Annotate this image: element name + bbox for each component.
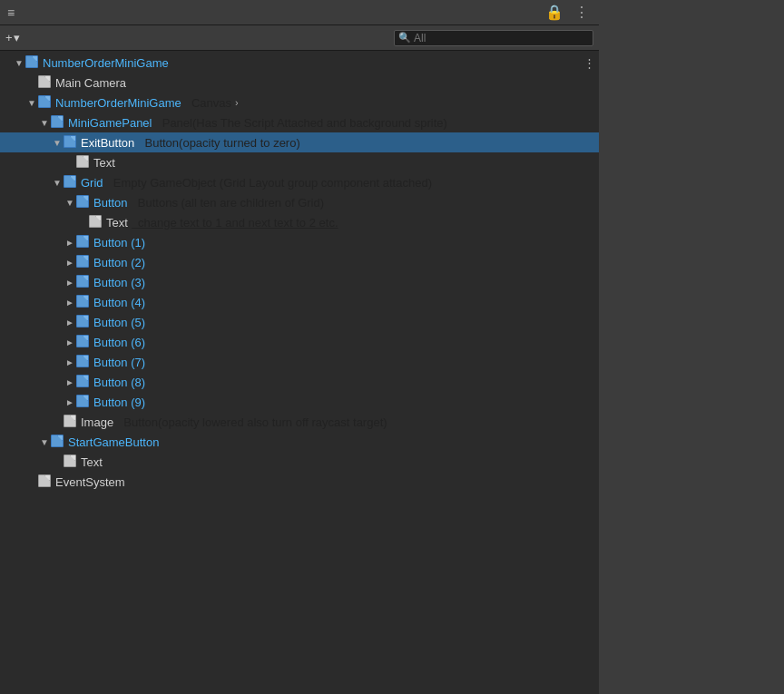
gameobject-icon [76, 275, 91, 289]
tree-row-numberordermingame-canvas[interactable]: NumberOrderMiniGame Canvas› [0, 93, 599, 112]
gameobject-icon [76, 315, 91, 329]
gameobject-icon [76, 375, 91, 389]
kebab-menu-icon[interactable]: ⋮ [572, 4, 592, 21]
tree-row-exitbutton[interactable]: ExitButton Button(opacity turned to zero… [0, 132, 599, 152]
search-icon: 🔍 [398, 32, 411, 44]
tree-row-button-text[interactable]: Text change text to 1 and next text to 2… [0, 212, 599, 232]
gameobject-icon [76, 295, 91, 309]
expand-arrow[interactable] [64, 377, 76, 387]
gameobject-icon [76, 395, 91, 409]
expand-arrow[interactable] [64, 337, 76, 347]
tree-row-grid[interactable]: Grid Empty GameObject (Grid Layout group… [0, 172, 599, 192]
item-label: Text [106, 216, 128, 230]
tree-row-button-9[interactable]: Button (9) [0, 392, 599, 412]
gameobject-icon [64, 415, 78, 429]
gameobject-icon [76, 235, 91, 249]
item-label: Main Camera [55, 76, 126, 90]
item-annotation: Panel(Has The Script Attached and backgr… [156, 116, 447, 130]
collapse-arrow[interactable] [51, 138, 64, 148]
item-label: Button (5) [93, 316, 145, 329]
item-label: MiniGamePanel [68, 116, 152, 130]
tree-row-button-7[interactable]: Button (7) [0, 352, 599, 372]
tree-row-button-8[interactable]: Button (8) [0, 372, 599, 392]
collapse-arrow[interactable] [38, 437, 51, 447]
expand-arrow[interactable] [64, 357, 76, 367]
gameobject-icon [76, 335, 91, 349]
item-annotation: Empty GameObject (Grid Layout group comp… [107, 176, 432, 190]
item-label: Button (4) [93, 296, 145, 309]
tree-row-startgamebutton-text[interactable]: Text [0, 452, 599, 472]
gameobject-icon [64, 175, 78, 190]
tree-row-button-5[interactable]: Button (5) [0, 312, 599, 332]
item-label: Image [81, 415, 113, 429]
tree-row-button-6[interactable]: Button (6) [0, 332, 599, 352]
titlebar: ≡ 🔒 ⋮ [0, 0, 599, 25]
tree-row-exitbutton-text[interactable]: Text [0, 152, 599, 172]
item-label: Button (6) [93, 336, 145, 349]
item-label: Button [93, 196, 128, 210]
gameobject-icon [64, 455, 78, 469]
item-label: NumberOrderMiniGame [43, 56, 169, 70]
collapse-arrow[interactable] [38, 118, 51, 128]
item-label: StartGameButton [68, 435, 159, 449]
tree-row-minigamepanel[interactable]: MiniGamePanel Panel(Has The Script Attac… [0, 112, 599, 132]
item-annotation: Canvas [185, 96, 231, 110]
toolbar: + ▾ 🔍 [0, 25, 599, 51]
tree-row-eventsystem[interactable]: EventSystem [0, 472, 599, 492]
expand-arrow[interactable] [64, 238, 76, 248]
search-input[interactable] [414, 32, 589, 44]
item-label: Button (1) [93, 236, 145, 249]
tree-row-button-4[interactable]: Button (4) [0, 292, 599, 312]
gameobject-icon [38, 95, 53, 110]
hierarchy-content: NumberOrderMiniGame⋮Main CameraNumberOrd… [0, 51, 599, 694]
item-label: ExitButton [81, 136, 134, 150]
lock-icon[interactable]: 🔒 [543, 4, 566, 21]
gameobject-icon [76, 255, 91, 269]
collapse-arrow[interactable] [25, 98, 38, 108]
item-label: Button (7) [93, 356, 145, 369]
gameobject-icon [64, 135, 78, 150]
tree-row-button-1[interactable]: Button (1) [0, 232, 599, 252]
tree-row-numberordermingame-root[interactable]: NumberOrderMiniGame⋮ [0, 53, 599, 73]
item-annotation: Buttons (all ten are children of Grid) [132, 196, 324, 210]
add-button[interactable]: + ▾ [5, 31, 20, 44]
tree-row-button-3[interactable]: Button (3) [0, 272, 599, 292]
expand-arrow[interactable] [64, 397, 76, 407]
item-label: NumberOrderMiniGame [55, 96, 181, 110]
item-label: Button (3) [93, 276, 145, 289]
hamburger-icon: ≡ [7, 5, 15, 20]
gameobject-icon [76, 195, 91, 210]
gameobject-icon [51, 115, 65, 130]
item-label: Grid [81, 176, 103, 190]
item-label: Text [81, 455, 103, 469]
item-annotation: change text to 1 and next text to 2 etc. [132, 216, 338, 230]
tree-row-button[interactable]: Button Buttons (all ten are children of … [0, 192, 599, 212]
item-annotation: Button(opacity turned to zero) [138, 136, 299, 150]
row-kebab-icon[interactable]: ⋮ [583, 56, 595, 70]
expand-arrow[interactable] [64, 258, 76, 268]
collapse-arrow[interactable] [13, 58, 25, 68]
tree-row-image[interactable]: Image Button(opacity lowered also turn o… [0, 412, 599, 432]
tree-row-button-2[interactable]: Button (2) [0, 252, 599, 272]
expand-arrow[interactable] [64, 298, 76, 308]
item-label: Button (8) [93, 376, 145, 389]
collapse-arrow[interactable] [51, 178, 64, 188]
gameobject-icon [25, 55, 40, 70]
item-annotation: Button(opacity lowered also turn off ray… [117, 415, 387, 429]
gameobject-icon [51, 435, 65, 449]
item-label: Button (9) [93, 396, 145, 409]
gameobject-icon [76, 355, 91, 369]
tree-row-startgamebutton[interactable]: StartGameButton [0, 432, 599, 452]
gameobject-icon [38, 474, 53, 489]
gameobject-icon [76, 155, 91, 170]
gameobject-icon [89, 215, 103, 230]
expand-arrow[interactable] [64, 318, 76, 327]
tree-row-main-camera[interactable]: Main Camera [0, 73, 599, 93]
expand-arrow[interactable] [64, 278, 76, 288]
add-dropdown-arrow[interactable]: ▾ [14, 31, 20, 44]
plus-icon: + [5, 31, 13, 44]
search-box[interactable]: 🔍 [394, 30, 593, 46]
item-label: Text [93, 156, 115, 170]
collapse-arrow[interactable] [64, 198, 76, 208]
chevron-right-icon[interactable]: › [235, 97, 239, 108]
